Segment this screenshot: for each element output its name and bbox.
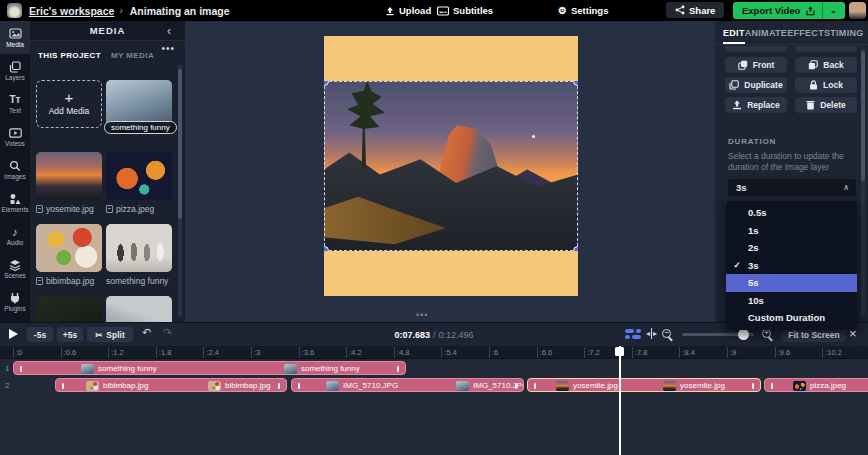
ruler-tick: :4.8 <box>394 347 410 358</box>
clip-trim-handle-right[interactable] <box>752 383 754 389</box>
media-scrollbar[interactable] <box>178 65 182 317</box>
collapse-panel-icon[interactable]: ‹ <box>167 24 185 38</box>
inspector-scrollbar[interactable] <box>861 49 865 317</box>
upload-button[interactable]: Upload <box>385 5 431 16</box>
clip-trim-handle-left[interactable] <box>20 366 22 372</box>
inspector-tab-effects[interactable]: EFFECTS <box>787 21 830 44</box>
back-button[interactable]: Back <box>795 57 857 73</box>
media-item-caption: bibimbap.jpg <box>36 276 94 286</box>
clip-thumbnail <box>456 381 469 391</box>
timeline-clip-img-5710-jpg[interactable]: IMG_5710.JPGIMG_5710.JPG <box>291 378 524 392</box>
duplicate-button[interactable]: Duplicate <box>725 77 787 93</box>
layers-icon <box>9 61 21 73</box>
clip-trim-handle-left[interactable] <box>534 383 536 389</box>
ruler-tick: :1.8 <box>156 347 172 358</box>
canvas[interactable]: ⟳ <box>324 36 578 296</box>
sidebar-item-plugins[interactable]: Plugins <box>0 285 30 318</box>
timeline-clip-something-funny[interactable]: something funnysomething funny <box>13 361 406 375</box>
media-item-bibimbap-jpg[interactable] <box>36 224 102 272</box>
clip-trim-handle-left[interactable] <box>298 383 300 389</box>
duration-option-1s[interactable]: 1s <box>726 222 857 240</box>
duration-option-10s[interactable]: 10s <box>726 292 857 310</box>
sidebar-item-text[interactable]: TтText <box>0 87 30 120</box>
breadcrumb-workspace[interactable]: Eric's workspace <box>29 5 114 17</box>
scenes-icon <box>9 259 21 271</box>
media-item-partial[interactable] <box>106 296 172 322</box>
timeline-clip-bibimbap-jpg[interactable]: bibimbap.jpgbibimbap.jpg <box>55 378 287 392</box>
subtitles-button[interactable]: Subtitles <box>437 5 493 16</box>
clip-segment: bibimbap.jpg <box>86 381 148 391</box>
timeline-clip-pizza-jpeg[interactable]: pizza.jpeg <box>764 378 868 392</box>
duration-description: Select a duration to update the duration… <box>728 151 854 173</box>
selected-image-layer[interactable]: ⟳ <box>324 81 578 251</box>
media-item-partial[interactable] <box>36 296 102 322</box>
resize-handle-top-right[interactable] <box>573 81 578 86</box>
split-button[interactable]: ✂ Split <box>87 327 133 342</box>
timeline-clip-yosemite-jpg[interactable]: yosemite.jpgyosemite.jpg <box>527 378 761 392</box>
playhead-handle[interactable] <box>615 347 624 356</box>
panel-resize-handle[interactable]: ••• <box>416 310 428 320</box>
zoom-slider-knob[interactable] <box>738 329 749 340</box>
duration-option-2s[interactable]: 2s <box>726 239 857 257</box>
ruler-tick: :9.6 <box>775 347 791 358</box>
sidebar-item-scenes[interactable]: Scenes <box>0 252 30 285</box>
lock-button[interactable]: Lock <box>795 77 857 93</box>
duration-select[interactable]: 3s ∧ <box>728 179 856 196</box>
media-item-something-funny[interactable] <box>106 224 172 272</box>
sidebar-item-layers[interactable]: Layers <box>0 54 30 87</box>
gear-icon: ⚙ <box>558 5 567 16</box>
more-options-icon[interactable]: ••• <box>161 43 175 54</box>
clip-trim-handle-right[interactable] <box>515 383 517 389</box>
media-tab-this-project[interactable]: THIS PROJECT <box>38 47 101 64</box>
timeline-tracks-icon[interactable] <box>625 329 641 340</box>
clip-trim-handle-right[interactable] <box>278 383 280 389</box>
redo-icon[interactable]: ↷ <box>163 326 172 339</box>
resize-handle-top-left[interactable] <box>324 81 329 86</box>
sidebar-item-videos[interactable]: Videos <box>0 120 30 153</box>
workspace-logo-icon[interactable] <box>7 3 22 18</box>
user-avatar[interactable] <box>849 2 866 19</box>
zoom-out-icon[interactable]: − <box>662 329 671 338</box>
skip-back-button[interactable]: -5s <box>27 327 53 342</box>
sidebar-item-elements[interactable]: Elements <box>0 186 30 219</box>
media-panel: MEDIA ‹ THIS PROJECTMY MEDIA ••• + Add M… <box>30 21 185 322</box>
add-media-button[interactable]: + Add Media <box>36 80 102 128</box>
timeline-zoom-slider[interactable] <box>682 333 754 336</box>
zoom-in-icon[interactable]: + <box>762 329 771 338</box>
expand-tracks-icon[interactable]: ◂▸ <box>646 328 657 339</box>
tool-sidebar: MediaLayersTтTextVideosImagesElements♪Au… <box>0 21 30 322</box>
front-button[interactable]: Front <box>725 57 787 73</box>
clip-trim-handle-left[interactable] <box>771 383 773 389</box>
clip-trim-handle-right[interactable] <box>397 366 399 372</box>
playhead-line[interactable] <box>619 346 621 455</box>
share-button[interactable]: Share <box>666 2 724 18</box>
media-item-yosemite-jpg[interactable] <box>36 152 102 200</box>
sidebar-item-images[interactable]: Images <box>0 153 30 186</box>
media-tab-my-media[interactable]: MY MEDIA <box>111 47 154 64</box>
media-item-pizza-jpeg[interactable] <box>106 152 172 200</box>
export-video-button[interactable]: Export Video ⌄ <box>733 2 845 19</box>
sidebar-item-audio[interactable]: ♪Audio <box>0 219 30 252</box>
button-label: Delete <box>820 100 846 110</box>
duration-option-3s[interactable]: ✓3s <box>726 257 857 275</box>
export-chevron-icon[interactable]: ⌄ <box>823 6 843 15</box>
play-button[interactable] <box>9 329 18 339</box>
duration-option-0-5s[interactable]: 0.5s <box>726 204 857 222</box>
inspector-tab-animate[interactable]: ANIMATE <box>745 21 787 44</box>
resize-handle-bottom-right[interactable] <box>573 246 578 251</box>
skip-forward-button[interactable]: +5s <box>57 327 83 342</box>
clip-trim-handle-left[interactable] <box>62 383 64 389</box>
media-panel-header: MEDIA ‹ <box>30 21 185 41</box>
inspector-tab-timing[interactable]: TIMING <box>830 21 863 44</box>
timeline-ruler[interactable]: :0:0.6:1.2:1.8:2.4:3:3.6:4.2:4.8:5.4:6:6… <box>0 346 868 359</box>
replace-button[interactable]: Replace <box>725 97 787 113</box>
duration-option-custom-duration[interactable]: Custom Duration <box>726 309 857 327</box>
duration-option-5s[interactable]: 5s <box>726 274 857 292</box>
ruler-tick: :4.2 <box>346 347 362 358</box>
settings-button[interactable]: ⚙ Settings <box>558 5 608 16</box>
delete-button[interactable]: Delete <box>795 97 857 113</box>
undo-icon[interactable]: ↶ <box>142 326 151 339</box>
inspector-tab-edit[interactable]: EDIT <box>723 21 745 44</box>
sidebar-item-media[interactable]: Media <box>0 21 30 54</box>
project-title[interactable]: Animating an image <box>130 5 230 17</box>
